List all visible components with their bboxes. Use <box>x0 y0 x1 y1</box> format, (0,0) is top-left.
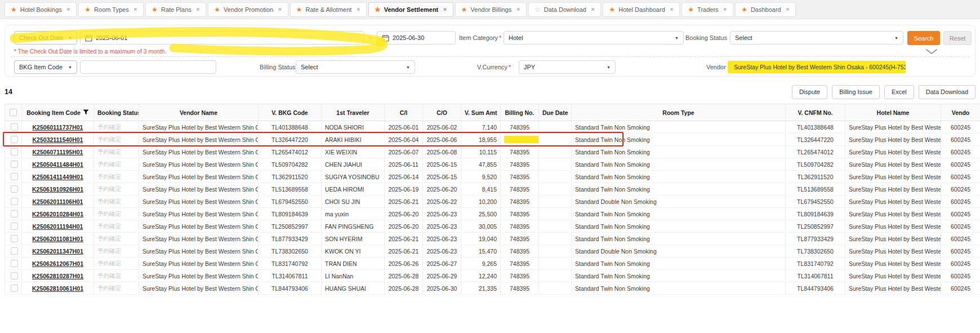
booking-item-code-link[interactable]: K25062810287H01 <box>32 273 83 279</box>
star-icon[interactable]: ★ <box>688 6 694 13</box>
booking-item-code-link[interactable]: K25062011194H01 <box>33 223 83 230</box>
date-to-input[interactable]: 2025-06-30 <box>377 31 456 45</box>
code-type-dropdown[interactable]: BKG Item Code ▼ <box>14 60 77 74</box>
filter-icon[interactable] <box>83 109 89 116</box>
v-currency-value: JPY <box>524 64 535 70</box>
star-outline-icon[interactable]: ☆ <box>534 6 541 13</box>
row-checkbox[interactable] <box>11 136 18 143</box>
booking-item-code-link[interactable]: K25062011347H01 <box>32 248 83 255</box>
booking-item-code-link[interactable]: K25062011081H01 <box>32 236 83 242</box>
booking-item-code-link[interactable]: K25050411484H01 <box>32 161 83 168</box>
close-icon[interactable]: ✕ <box>516 7 520 12</box>
check-in-cell: 2025-06-11 <box>385 158 423 171</box>
booking-status-cell: 予約確定 <box>94 134 139 146</box>
due-date-cell <box>539 121 572 134</box>
close-icon[interactable]: ✕ <box>278 7 282 12</box>
check-in-cell: 2025-06-28 <box>385 282 423 295</box>
close-icon[interactable]: ✕ <box>591 7 595 12</box>
row-checkbox[interactable] <box>11 123 18 131</box>
select-all-header[interactable] <box>5 104 22 121</box>
booking-item-code-link[interactable]: K25061411449H01 <box>32 174 83 180</box>
row-checkbox[interactable] <box>11 161 18 168</box>
vendor-code-cell: 600245 <box>941 146 980 158</box>
col-header-label: C/O <box>436 109 447 116</box>
star-icon[interactable]: ★ <box>84 6 91 13</box>
booking-item-code-link[interactable]: K25060711195H01 <box>33 149 83 156</box>
select-all-checkbox[interactable] <box>10 109 17 116</box>
close-icon[interactable]: ✕ <box>356 7 360 12</box>
bkg-item-code-input[interactable] <box>85 63 211 71</box>
row-checkbox[interactable] <box>11 272 18 279</box>
star-icon[interactable]: ★ <box>609 6 615 13</box>
tab-data-download[interactable]: ☆Data Download✕ <box>528 2 602 17</box>
close-icon[interactable]: ✕ <box>786 7 790 12</box>
date-type-dropdown[interactable]: Check Out Date ▼ <box>14 31 77 45</box>
table-row: K25062011081H01予約確定SureStay Plus Hotel b… <box>5 233 980 245</box>
close-icon[interactable]: ✕ <box>443 7 447 12</box>
booking-status-cell: 予約確定 <box>94 183 139 196</box>
row-checkbox[interactable] <box>11 185 18 193</box>
v-sum-amt-cell: 12,240 <box>461 270 501 282</box>
tab-dashboard[interactable]: ★Dashboard✕ <box>735 2 796 17</box>
row-checkbox[interactable] <box>11 198 18 205</box>
v-currency-dropdown[interactable]: JPY ▼ <box>519 60 616 74</box>
tab-rate-plans[interactable]: ★Rate Plans✕ <box>145 2 206 17</box>
tab-label: Traders <box>697 6 719 13</box>
row-checkbox[interactable] <box>11 235 18 242</box>
row-checkbox[interactable] <box>11 223 18 230</box>
tab-traders[interactable]: ★Traders✕ <box>681 2 733 17</box>
billing-status-dropdown[interactable]: Select ▼ <box>296 60 415 74</box>
row-checkbox[interactable] <box>11 285 18 292</box>
vendor-field[interactable]: SureStay Plus Hotel by Best Western Shin… <box>728 61 906 73</box>
tab-hotel-dashboard[interactable]: ★Hotel Dashboard✕ <box>603 2 680 17</box>
booking-item-code-link[interactable]: K25062010284H01 <box>32 211 83 217</box>
col-header-booking-item-code[interactable]: Booking Item Code <box>22 104 94 121</box>
table-row: K25062011194H01予約確定SureStay Plus Hotel b… <box>5 220 980 233</box>
date-from-input[interactable]: 2025-06-01 <box>80 31 364 45</box>
row-checkbox[interactable] <box>11 173 18 180</box>
booking-item-code-link[interactable]: K25032111540H01 <box>33 136 83 143</box>
search-button[interactable]: Search <box>907 31 940 45</box>
table-row: K25061411449H01予約確定SureStay Plus Hotel b… <box>5 171 980 183</box>
booking-item-code-link[interactable]: K25060111737H01 <box>33 124 83 131</box>
row-checkbox[interactable] <box>11 247 18 255</box>
tab-hotel-bookings[interactable]: ★Hotel Bookings✕ <box>5 2 77 17</box>
reset-button[interactable]: Reset <box>943 31 972 45</box>
collapse-chevron-icon[interactable] <box>925 49 938 55</box>
star-icon[interactable]: ★ <box>461 6 467 13</box>
tab-vendor-billings[interactable]: ★Vendor Billings✕ <box>455 2 527 17</box>
star-icon[interactable]: ★ <box>11 6 17 13</box>
close-icon[interactable]: ✕ <box>670 7 674 12</box>
star-icon[interactable]: ★ <box>741 6 747 13</box>
close-icon[interactable]: ✕ <box>723 7 728 12</box>
close-icon[interactable]: ✕ <box>196 7 201 12</box>
excel-button[interactable]: Excel <box>884 85 914 99</box>
item-category-dropdown[interactable]: Hotel ▼ <box>504 31 684 45</box>
row-checkbox[interactable] <box>11 148 18 156</box>
hotel-name-cell: SureStay Plus Hotel by Best Western Shin… <box>845 208 941 220</box>
tab-vendor-promotion[interactable]: ★Vendor Promotion✕ <box>208 2 288 17</box>
vendor-name-cell: SureStay Plus Hotel by Best Western Shin… <box>139 208 259 220</box>
row-checkbox[interactable] <box>11 260 18 267</box>
booking-item-code-link[interactable]: K25062810061H01 <box>32 285 83 292</box>
dispute-button[interactable]: Dispute <box>792 85 827 99</box>
tab-room-types[interactable]: ★Room Types✕ <box>78 2 144 17</box>
star-icon[interactable]: ★ <box>296 6 302 13</box>
billing-no-cell: 748395 <box>501 245 539 257</box>
billing-issue-button[interactable]: Billing Issue <box>832 85 880 99</box>
booking-item-code-link[interactable]: K25061910926H01 <box>32 186 83 193</box>
booking-item-code-link[interactable]: K25062612067H01 <box>32 260 83 267</box>
booking-status-dropdown[interactable]: Select ▼ <box>730 31 903 45</box>
tab-vendor-settlement[interactable]: ★Vendor Settlement✕ <box>368 2 453 17</box>
booking-item-code-link[interactable]: K25062011106H01 <box>33 198 83 205</box>
star-icon[interactable]: ★ <box>214 6 220 13</box>
star-icon[interactable]: ★ <box>152 6 158 13</box>
row-select-cell <box>5 158 22 171</box>
close-icon[interactable]: ✕ <box>66 7 71 12</box>
data-download-button[interactable]: Data Download <box>919 85 975 99</box>
close-icon[interactable]: ✕ <box>133 7 138 12</box>
star-icon[interactable]: ★ <box>375 6 381 13</box>
row-checkbox[interactable] <box>11 210 18 217</box>
first-traveler-cell: CHOI SU JIN <box>322 196 385 208</box>
tab-rate-allotment[interactable]: ★Rate & Allotment✕ <box>290 2 367 17</box>
